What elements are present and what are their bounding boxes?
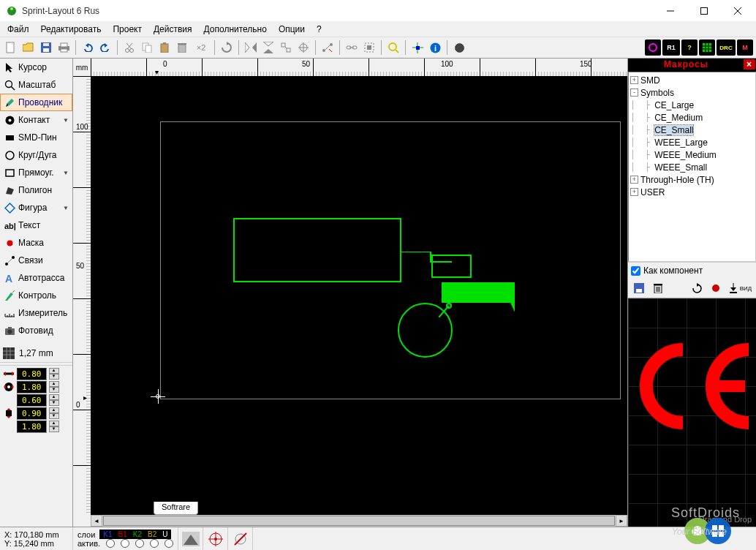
status-btn-no-target[interactable] [228,527,253,550]
scroll-right-button[interactable]: ► [616,515,627,527]
layer-radio-b2[interactable] [150,539,159,548]
minimize-button[interactable] [654,0,687,22]
tool-autoroute[interactable]: A Автотрасса [0,269,72,287]
layer-chip-k2[interactable]: K2 [131,530,144,538]
tool-text[interactable]: ab| Текст [0,216,72,234]
macro-preview[interactable]: Drag and Drop [628,298,756,527]
mirror-h-button[interactable] [243,39,259,56]
layer-chip-u[interactable]: U [160,530,170,538]
menu-опции[interactable]: Опции [273,23,311,36]
shape-rect-large[interactable] [233,218,401,282]
tl-o-button[interactable] [645,39,661,56]
track-width-value[interactable]: 0.80 [17,368,47,380]
menu-редактировать[interactable]: Редактировать [35,23,107,36]
track-width-spinner[interactable]: ▲▼ [49,368,59,380]
tree-node-weee-large[interactable]: │ ├ WEEE_Large [630,136,754,148]
layer-radio-b1[interactable] [121,539,129,548]
menu-проект[interactable]: Проект [107,23,148,36]
shape-rect-small[interactable] [431,255,472,278]
tool-track[interactable]: Проводник [0,94,72,111]
print-button[interactable] [56,39,72,56]
layer-radio-u[interactable] [165,539,173,548]
tl-q-button[interactable]: ? [681,39,698,56]
tree-node-symbols[interactable]: -Symbols [630,86,754,99]
macro-place-button[interactable]: ВИД [727,280,753,296]
pad-inner-value[interactable]: 0.60 [17,394,47,407]
mirror-v-button[interactable] [260,39,276,56]
macro-close-button[interactable]: × [744,59,755,69]
status-btn-target[interactable] [203,527,228,550]
origin-button[interactable] [409,39,426,56]
save-button[interactable] [38,39,54,56]
smd-w-value[interactable]: 0.90 [17,407,47,420]
duplicate-button[interactable]: ×2 [192,39,211,56]
tree-expander-icon[interactable]: + [630,76,638,84]
tool-zoom[interactable]: Масштаб [0,76,72,94]
tool-smd[interactable]: SMD-Пин [0,129,72,146]
hatch-button[interactable] [451,39,467,56]
pad-outer-spinner[interactable]: ▲▼ [49,381,59,393]
tl-r1-button[interactable]: R1 [662,39,680,56]
h-scrollbar[interactable]: ◄ ► [91,515,627,527]
maximize-button[interactable] [687,0,721,22]
tree-node-ce-large[interactable]: │ ├ CE_Large [630,99,754,111]
scroll-left-button[interactable]: ◄ [91,515,102,527]
redo-button[interactable] [97,39,113,56]
tree-node-user[interactable]: +USER [630,186,754,198]
macro-tree[interactable]: +SMD-Symbols│ ├ CE_Large│ ├ CE_Medium│ ├… [628,72,756,262]
status-btn-ground[interactable] [178,527,203,550]
tool-link[interactable]: Связи [0,252,72,269]
tree-expander-icon[interactable]: - [630,88,638,97]
undo-button[interactable] [80,39,96,56]
close-button[interactable] [721,0,755,22]
layer-chip-k1[interactable]: K1 [101,530,114,538]
menu-дополнительно[interactable]: Дополнительно [198,23,273,36]
delete-button[interactable] [174,39,190,56]
layer-radio-k2[interactable] [135,539,144,548]
board-tab[interactable]: Softrare [154,502,198,515]
tree-node-ce-small[interactable]: │ ├ CE_Small [630,124,754,136]
tree-node-weee-medium[interactable]: │ ├ WEEE_Medium [630,148,754,161]
copy-button[interactable] [139,39,155,56]
layer-radio-k1[interactable] [106,539,115,548]
pcb-canvas[interactable] [91,76,627,515]
remove-links-button[interactable] [320,39,336,56]
tool-mask[interactable]: Маска [0,234,72,252]
layer-chip-b1[interactable]: B1 [116,530,129,538]
menu-?[interactable]: ? [311,23,328,36]
tool-circle[interactable]: Круг/Дуга [0,146,72,164]
menu-действия[interactable]: Действия [148,23,198,36]
menu-файл[interactable]: Файл [1,23,35,36]
tool-rect[interactable]: Прямоуг. ▼ [0,164,72,181]
macro-save-button[interactable] [631,280,647,296]
layer-selector[interactable]: слои K1B1K2B2U актив. [73,527,178,550]
link-button[interactable] [344,39,360,56]
shape-circle-stub[interactable] [439,303,453,317]
snap-button[interactable] [295,39,311,56]
layer-chip-b2[interactable]: B2 [145,530,159,538]
macro-rotate-button[interactable] [689,280,705,296]
paste-button[interactable] [156,39,173,56]
pad-outer-value[interactable]: 1.80 [17,381,47,393]
tool-polygon[interactable]: Полигон [0,181,72,199]
tool-photo[interactable]: Фотовид [0,322,72,339]
new-file-button[interactable] [3,39,19,56]
smd-w-spinner[interactable]: ▲▼ [49,407,59,419]
tree-node-weee-small[interactable]: │ ├ WEEE_Small [630,161,754,173]
pad-inner-spinner[interactable]: ▲▼ [49,394,59,406]
group-button[interactable] [361,39,377,56]
tl-drc-button[interactable]: DRC [717,39,736,56]
tree-expander-icon[interactable]: + [630,188,638,196]
info-button[interactable]: i [427,39,443,56]
tool-cursor[interactable]: Курсор [0,59,72,76]
tool-inspect[interactable]: Контроль [0,287,72,304]
tree-node-smd[interactable]: +SMD [630,74,754,86]
smd-h-spinner[interactable]: ▲▼ [49,421,59,432]
tl-grid-button[interactable] [699,39,715,56]
tool-measure[interactable]: Измеритель [0,304,72,322]
macro-record-button[interactable] [708,280,724,296]
rotate-button[interactable] [219,39,235,56]
tool-shape[interactable]: Фигура ▼ [0,199,72,216]
tl-m-button[interactable]: M [737,39,753,56]
tree-node-through-hole-th-[interactable]: +Through-Hole (TH) [630,173,754,186]
